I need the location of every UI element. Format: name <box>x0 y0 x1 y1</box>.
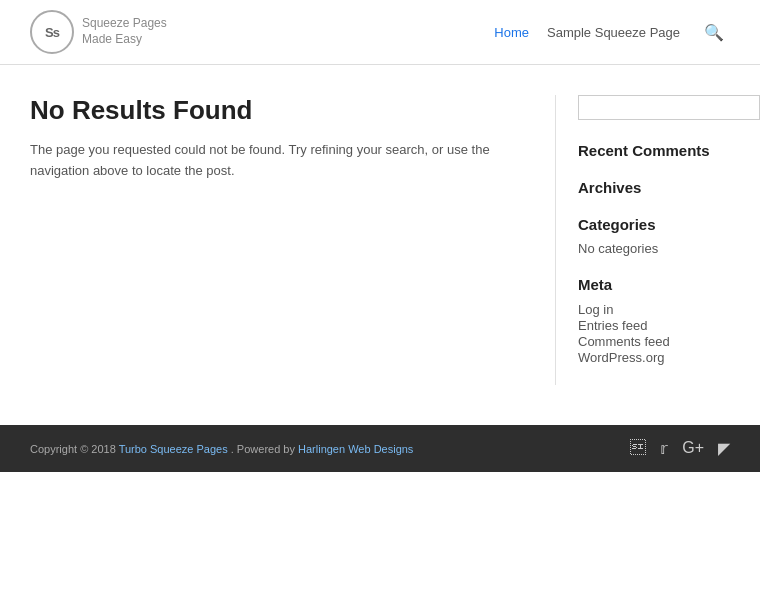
footer-copyright: Copyright © 2018 Turbo Squeeze Pages . P… <box>30 443 413 455</box>
list-item: Log in <box>578 301 730 317</box>
sidebar: Search Recent Comments Archives Categori… <box>555 95 730 385</box>
list-item: Entries feed <box>578 317 730 333</box>
nav-link-sample[interactable]: Sample Squeeze Page <box>547 25 680 40</box>
footer-middle-text: . Powered by <box>231 443 295 455</box>
archives-heading: Archives <box>578 179 730 196</box>
meta-link-entries[interactable]: Entries feed <box>578 318 647 333</box>
header-search-icon[interactable]: 🔍 <box>698 21 730 44</box>
main-nav: Home Sample Squeeze Page 🔍 <box>494 21 730 44</box>
rss-icon[interactable]: ◤ <box>718 439 730 458</box>
recent-comments-heading: Recent Comments <box>578 142 730 159</box>
sidebar-section-recent-comments: Recent Comments <box>578 142 730 159</box>
logo-icon: Ss <box>30 10 74 54</box>
page-body: The page you requested could not be foun… <box>30 140 525 182</box>
meta-link-comments[interactable]: Comments feed <box>578 334 670 349</box>
main-content: No Results Found The page you requested … <box>30 95 525 385</box>
meta-link-wordpress[interactable]: WordPress.org <box>578 350 664 365</box>
site-footer: Copyright © 2018 Turbo Squeeze Pages . P… <box>0 425 760 472</box>
sidebar-search-box: Search <box>578 95 730 120</box>
site-header: Ss Squeeze Pages Made Easy Home Sample S… <box>0 0 760 65</box>
no-categories-label: No categories <box>578 241 730 256</box>
nav-link-home[interactable]: Home <box>494 25 529 40</box>
footer-site-link[interactable]: Turbo Squeeze Pages <box>119 443 228 455</box>
logo-text: Squeeze Pages Made Easy <box>82 16 167 47</box>
page-heading: No Results Found <box>30 95 525 126</box>
logo-area: Ss Squeeze Pages Made Easy <box>30 10 167 54</box>
sidebar-section-archives: Archives <box>578 179 730 196</box>
footer-designer-link[interactable]: Harlingen Web Designs <box>298 443 413 455</box>
meta-list: Log in Entries feed Comments feed WordPr… <box>578 301 730 365</box>
sidebar-section-meta: Meta Log in Entries feed Comments feed W… <box>578 276 730 365</box>
copyright-text: Copyright © 2018 <box>30 443 116 455</box>
googleplus-icon[interactable]: G+ <box>682 439 704 458</box>
page-wrapper: No Results Found The page you requested … <box>0 65 760 425</box>
meta-heading: Meta <box>578 276 730 293</box>
list-item: WordPress.org <box>578 349 730 365</box>
sidebar-section-categories: Categories No categories <box>578 216 730 256</box>
facebook-icon[interactable]:  <box>630 439 646 458</box>
footer-social-icons:  𝕣 G+ ◤ <box>630 439 730 458</box>
search-input[interactable] <box>578 95 760 120</box>
categories-heading: Categories <box>578 216 730 233</box>
list-item: Comments feed <box>578 333 730 349</box>
twitter-icon[interactable]: 𝕣 <box>660 439 668 458</box>
meta-link-login[interactable]: Log in <box>578 302 613 317</box>
